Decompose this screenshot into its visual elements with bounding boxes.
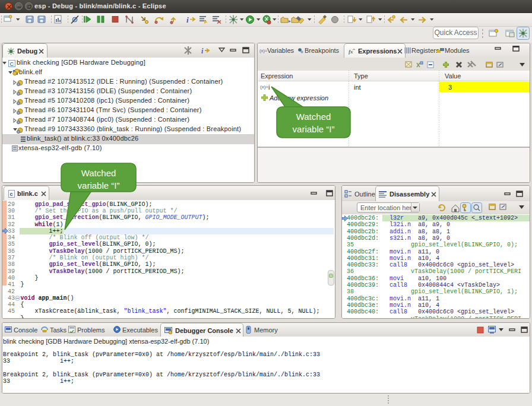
svg-text:(x)=: (x)=	[260, 84, 268, 90]
svg-text:c: c	[10, 191, 13, 197]
svg-text:i: i	[201, 47, 204, 55]
svg-text:C: C	[10, 61, 14, 67]
svg-text:(x)=: (x)=	[259, 48, 267, 53]
svg-text:i: i	[186, 15, 189, 24]
